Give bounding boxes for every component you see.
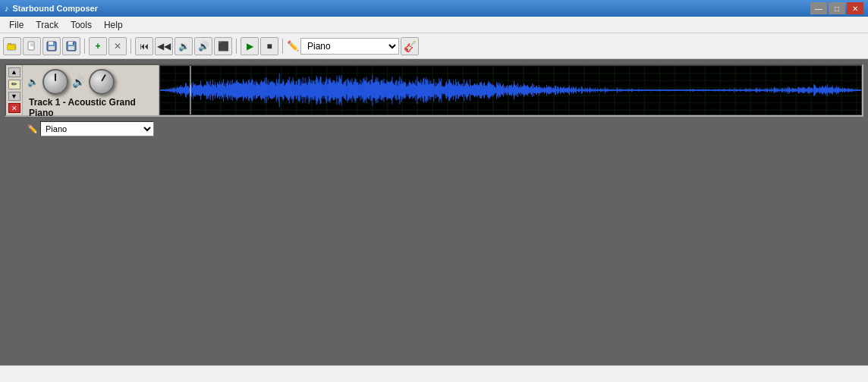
track-instrument-row: ✏️ Piano Guitar Bass [24, 120, 157, 138]
svg-rect-11 [68, 46, 74, 50]
piano-select-area: ✏️ Piano Guitar Bass Strings Flute [287, 38, 399, 55]
delete-track-button[interactable]: ✕ [8, 103, 20, 113]
stop-button[interactable]: ■ [260, 37, 278, 55]
separator-1 [84, 39, 85, 54]
volume-high-icon: 🔊 [72, 76, 85, 88]
save-as-button[interactable]: + [62, 37, 80, 55]
stop-toolbar-button[interactable]: ⬛ [214, 37, 232, 55]
menu-file[interactable]: File [3, 18, 30, 32]
new-icon [27, 41, 37, 52]
menubar: File Track Tools Help [0, 17, 868, 33]
close-button[interactable]: ✕ [847, 2, 863, 14]
back-button[interactable]: ◀◀ [155, 37, 173, 55]
statusbar [0, 365, 868, 382]
separator-4 [282, 39, 283, 54]
track-controls-top: 🔈 🔊 [24, 67, 157, 97]
instrument-toolbar-select[interactable]: Piano Guitar Bass Strings Flute [300, 38, 399, 55]
waveform-canvas [160, 66, 861, 114]
instrument-icon-button[interactable]: 🎸 [401, 37, 419, 55]
svg-rect-7 [49, 42, 53, 45]
svg-rect-2 [7, 45, 15, 50]
maximize-button[interactable]: □ [829, 2, 845, 14]
main-area: ▲ ✏ ▼ ✕ 🔈 🔊 Track 1 - Acoustic Grand Pia… [0, 59, 868, 365]
instrument-select[interactable]: Piano Guitar Bass [40, 121, 154, 136]
menu-track[interactable]: Track [30, 18, 64, 32]
track-name: Track 1 - Acoustic Grand Piano [29, 97, 136, 118]
play-button[interactable]: ▶ [241, 37, 259, 55]
separator-2 [131, 39, 131, 54]
toolbar: + + ✕ ⏮ ◀◀ 🔉 🔊 ⬛ ▶ ■ ✏️ Piano Guitar Bas… [0, 33, 868, 59]
menu-help[interactable]: Help [98, 18, 129, 32]
add-track-button[interactable]: + [89, 37, 107, 55]
titlebar-controls: — □ ✕ [810, 2, 863, 14]
remove-track-button[interactable]: ✕ [108, 37, 127, 55]
app-icon: ♪ [5, 4, 9, 13]
track-container: ▲ ✏ ▼ ✕ 🔈 🔊 Track 1 - Acoustic Grand Pia… [5, 64, 863, 117]
collapse-button[interactable]: ▼ [8, 92, 20, 102]
app-title: Starbound Composer [13, 4, 98, 13]
vol-down-button[interactable]: 🔉 [175, 37, 193, 55]
separator-3 [236, 39, 237, 54]
instrument-pencil-icon: ✏️ [27, 124, 38, 134]
track-name-area: Track 1 - Acoustic Grand Piano [24, 97, 157, 120]
volume-knob[interactable] [42, 69, 68, 95]
pan-knob[interactable] [89, 69, 115, 95]
volume-low-icon: 🔈 [27, 77, 39, 87]
new-button[interactable] [23, 37, 41, 55]
save-button[interactable] [42, 37, 61, 55]
rewind-button[interactable]: ⏮ [135, 37, 153, 55]
vol-up-button[interactable]: 🔊 [194, 37, 212, 55]
svg-text:+: + [72, 41, 74, 45]
pencil-icon: ✏️ [287, 40, 299, 52]
svg-rect-8 [49, 46, 55, 50]
minimize-button[interactable]: — [810, 2, 827, 14]
waveform-area[interactable] [159, 65, 862, 115]
expand-button[interactable]: ▲ [8, 67, 20, 77]
track-controls: 🔈 🔊 Track 1 - Acoustic Grand Piano ✏️ Pi… [23, 65, 159, 115]
titlebar-left: ♪ Starbound Composer [5, 4, 98, 13]
open-button[interactable] [3, 37, 21, 55]
save-as-icon: + [66, 41, 77, 52]
edit-mode-button[interactable]: ✏ [8, 80, 20, 89]
menu-tools[interactable]: Tools [64, 18, 98, 32]
track-side-panel: ▲ ✏ ▼ ✕ [6, 65, 23, 115]
open-icon [7, 41, 17, 52]
titlebar: ♪ Starbound Composer — □ ✕ [0, 0, 868, 17]
save-icon [46, 41, 57, 52]
